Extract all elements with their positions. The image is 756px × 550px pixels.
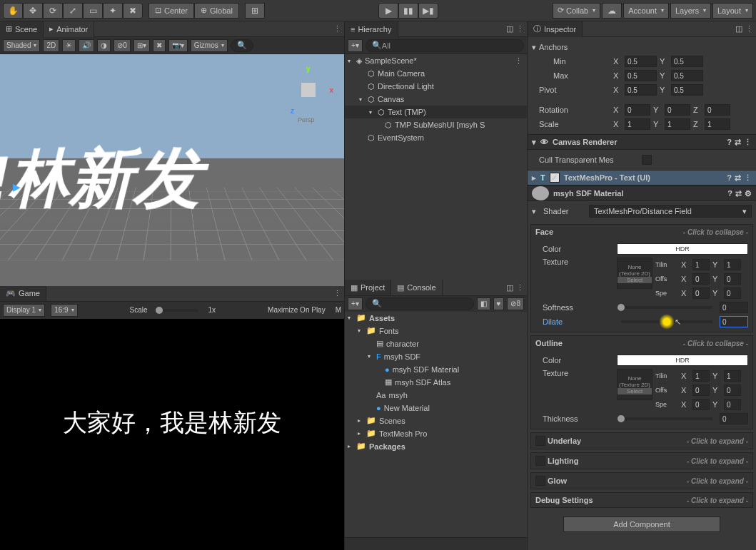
dilate-input[interactable] xyxy=(720,316,748,327)
pivot-y-input[interactable] xyxy=(671,84,703,96)
tree-row[interactable]: ▾📁Assets xyxy=(345,312,527,325)
maximize-icon[interactable]: ◫ xyxy=(506,283,513,292)
tab-scene[interactable]: ⊞Scene xyxy=(0,21,44,37)
preset-icon[interactable]: ⇄ xyxy=(735,138,741,147)
debug-header[interactable]: Debug Settings xyxy=(535,496,593,504)
tree-row[interactable]: ▸📁TextMesh Pro xyxy=(345,427,527,440)
tree-row[interactable]: ▦msyh SDF Atlas xyxy=(345,376,527,389)
pivot-center-toggle[interactable]: ⊡Center xyxy=(148,3,194,19)
move-tool-icon[interactable]: ✥ xyxy=(23,3,43,19)
menu-icon[interactable]: ⋮ xyxy=(744,138,752,147)
rot-x-input[interactable] xyxy=(625,104,650,116)
collab-dropdown[interactable]: ⟳ Collab xyxy=(553,3,600,19)
scene-camera-icon[interactable]: 📷▾ xyxy=(168,39,188,52)
display-dropdown[interactable]: Display 1 xyxy=(3,304,45,317)
tree-row[interactable]: ⬡EventSystem xyxy=(345,131,527,144)
custom-tool-icon[interactable]: ✖ xyxy=(123,3,143,19)
gear-icon[interactable]: ⚙ xyxy=(745,189,752,198)
glow-header[interactable]: Glow xyxy=(548,477,567,485)
face-texture-slot[interactable]: None (Texture 2D)Select xyxy=(617,258,652,289)
gizmos-dropdown[interactable]: Gizmos xyxy=(191,39,228,52)
tree-row[interactable]: ●New Material xyxy=(345,402,527,414)
max-x-input[interactable] xyxy=(625,70,657,81)
max-y-input[interactable] xyxy=(671,70,703,81)
softness-input[interactable] xyxy=(720,302,748,313)
rect-tool-icon[interactable]: ▭ xyxy=(83,3,103,19)
orientation-gizmo[interactable]: y x z Persp xyxy=(283,65,333,115)
scene-viewport[interactable]: !林新发 y x z Persp ▶ xyxy=(0,54,344,286)
thickness-slider[interactable] xyxy=(621,417,712,420)
min-y-input[interactable] xyxy=(671,56,703,67)
transform-tool-icon[interactable]: ✦ xyxy=(103,3,123,19)
cloud-icon[interactable]: ☁ xyxy=(602,3,622,19)
glow-checkbox[interactable] xyxy=(535,476,545,486)
dilate-slider[interactable] xyxy=(621,320,712,323)
tree-row[interactable]: ●msyh SDF Material xyxy=(345,363,527,376)
menu-icon[interactable]: ⋮ xyxy=(744,173,752,183)
scene-tools-icon[interactable]: ✖ xyxy=(153,39,166,52)
mode-2d-toggle[interactable]: 2D xyxy=(43,39,59,52)
outline-color-field[interactable]: HDR xyxy=(617,355,748,366)
project-search[interactable]: 🔍 xyxy=(366,297,474,310)
panel-menu-icon[interactable]: ⋮ xyxy=(333,289,341,298)
face-color-field[interactable]: HDR xyxy=(617,243,748,255)
face-header[interactable]: Face xyxy=(535,228,553,236)
filter-type-icon[interactable]: ◧ xyxy=(477,297,490,310)
material-header[interactable]: msyh SDF Material?⇄⚙ xyxy=(528,185,756,201)
tree-row[interactable]: Aamsyh xyxy=(345,389,527,402)
underlay-checkbox[interactable] xyxy=(535,436,545,446)
scene-hidden-icon[interactable]: ⊘0 xyxy=(114,39,131,52)
tab-game[interactable]: 🎮Game xyxy=(0,285,46,301)
scl-z-input[interactable] xyxy=(705,118,730,130)
help-icon[interactable]: ? xyxy=(727,173,732,183)
pause-button[interactable]: ▮▮ xyxy=(398,3,418,19)
rotate-tool-icon[interactable]: ⟳ xyxy=(43,3,63,19)
tab-inspector[interactable]: ⓘInspector xyxy=(528,21,583,37)
panel-menu-icon[interactable]: ⋮ xyxy=(516,283,524,292)
tree-row[interactable]: ▸📁Scenes xyxy=(345,414,527,427)
panel-menu-icon[interactable]: ⋮ xyxy=(516,24,524,34)
scene-audio-icon[interactable]: 🔊 xyxy=(79,39,94,52)
lock-icon[interactable]: ◫ xyxy=(735,24,742,34)
hand-tool-icon[interactable]: ✋ xyxy=(3,3,23,19)
pivot-x-input[interactable] xyxy=(625,84,657,96)
add-component-button[interactable]: Add Component xyxy=(563,516,720,532)
layout-dropdown[interactable]: Layout xyxy=(712,3,753,19)
underlay-header[interactable]: Underlay xyxy=(548,437,581,445)
tab-console[interactable]: ▤Console xyxy=(391,280,442,295)
scl-y-input[interactable] xyxy=(665,118,690,130)
scene-search-icon[interactable]: 🔍 xyxy=(231,39,253,52)
canvas-renderer-header[interactable]: ▾👁Canvas Renderer?⇄⋮ xyxy=(528,134,756,150)
help-icon[interactable]: ? xyxy=(727,138,732,147)
layers-dropdown[interactable]: Layers xyxy=(670,3,711,19)
tab-project[interactable]: ▦Project xyxy=(345,280,391,295)
tree-row[interactable]: ▾Fmsyh SDF xyxy=(345,350,527,363)
thickness-input[interactable] xyxy=(720,413,748,424)
hierarchy-search[interactable]: 🔍 All xyxy=(366,39,524,52)
cull-mesh-checkbox[interactable] xyxy=(642,155,652,165)
shader-dropdown[interactable]: TextMeshPro/Distance Field xyxy=(589,205,752,218)
preset-icon[interactable]: ⇄ xyxy=(735,189,742,198)
maximize-icon[interactable]: ◫ xyxy=(506,24,513,34)
min-x-input[interactable] xyxy=(625,56,657,67)
snap-icon[interactable]: ⊞ xyxy=(245,3,265,19)
scl-x-input[interactable] xyxy=(625,118,650,130)
hidden-count[interactable]: ⊘8 xyxy=(507,297,524,310)
play-button[interactable]: ▶ xyxy=(378,3,398,19)
panel-menu-icon[interactable]: ⋮ xyxy=(745,24,753,34)
tree-scene-row[interactable]: ▾◈SampleScene*⋮ xyxy=(345,54,527,67)
scene-fx-icon[interactable]: ◑ xyxy=(97,39,111,52)
softness-slider[interactable] xyxy=(621,306,712,309)
aspect-dropdown[interactable]: 16:9 xyxy=(51,304,77,317)
maximize-label[interactable]: Maximize On Play xyxy=(268,306,326,314)
filter-label-icon[interactable]: ♥ xyxy=(493,297,505,310)
scale-tool-icon[interactable]: ⤢ xyxy=(63,3,83,19)
tab-hierarchy[interactable]: ≡Hierarchy xyxy=(345,21,398,37)
tree-row[interactable]: ▾⬡Canvas xyxy=(345,93,527,106)
tree-row-selected[interactable]: ▾⬡Text (TMP) xyxy=(345,106,527,118)
preset-icon[interactable]: ⇄ xyxy=(735,173,741,183)
shading-mode-dropdown[interactable]: Shaded xyxy=(3,39,40,52)
lighting-header[interactable]: Lighting xyxy=(548,457,578,465)
tree-row[interactable]: ▾📁Fonts xyxy=(345,325,527,337)
rot-z-input[interactable] xyxy=(705,104,730,116)
